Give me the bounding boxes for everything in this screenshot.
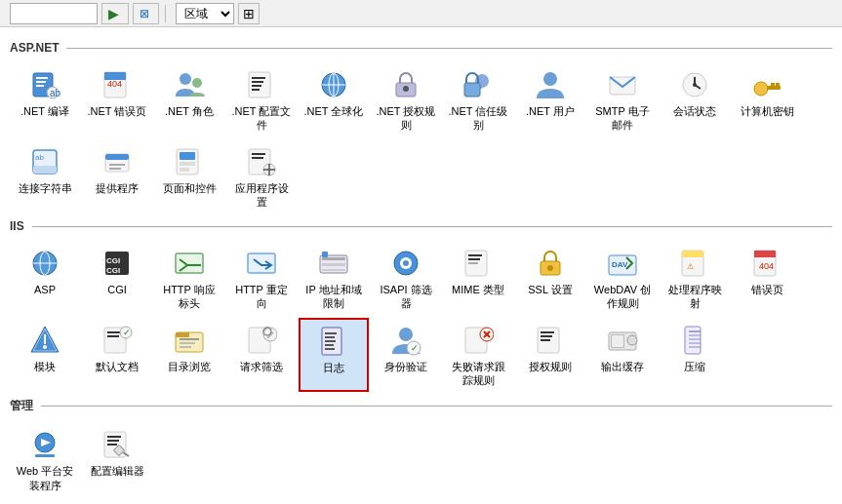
icon-item-failed-req[interactable]: 失败请求跟踪规则 <box>443 318 513 393</box>
icon-item-webdav[interactable]: DAV WebDAV 创作规则 <box>587 241 658 316</box>
icon-item-pages-controls[interactable]: 页面和控件 <box>154 139 224 214</box>
icon-item-default-doc[interactable]: ✓ 默认文档 <box>82 318 152 393</box>
icon-label-net-edit: .NET 编译 <box>20 104 69 118</box>
icon-item-handler-mapping[interactable]: ⚠ 处理程序映射 <box>660 241 730 316</box>
svg-rect-94 <box>180 342 195 344</box>
icon-label-config-editor: 配置编辑器 <box>91 464 144 478</box>
section-title-iis: IIS <box>10 219 24 233</box>
icon-item-compress[interactable]: 压缩 <box>660 318 730 393</box>
icon-label-app-settings: 应用程序设置 <box>231 181 292 210</box>
icon-label-dir-browse: 目录浏览 <box>168 360 211 373</box>
svg-rect-114 <box>541 331 554 333</box>
icon-item-request-filter[interactable]: 请求筛选 <box>226 318 297 393</box>
icon-item-isapi[interactable]: ISAPI 筛选器 <box>371 241 441 316</box>
icon-label-net-role: .NET 角色 <box>165 104 214 118</box>
start-button[interactable]: ▶ <box>101 3 129 24</box>
section-header-aspnet: ASP.NET <box>10 41 832 55</box>
svg-rect-70 <box>468 258 480 260</box>
svg-rect-104 <box>325 344 334 346</box>
icon-item-smtp[interactable]: SMTP 电子邮件 <box>587 62 658 137</box>
svg-rect-43 <box>180 162 195 166</box>
section-divider-manage <box>41 406 832 407</box>
icon-item-web-platform[interactable]: Web 平台安装程序 <box>10 422 80 497</box>
icon-item-connection-string[interactable]: ab 连接字符串 <box>10 139 80 214</box>
icon-label-http-response: HTTP 响应标头 <box>159 283 220 311</box>
icon-item-http-redirect[interactable]: HTTP 重定向 <box>226 241 297 316</box>
icon-isapi <box>390 248 421 279</box>
icon-item-module[interactable]: 模块 <box>10 318 80 393</box>
icon-grid-manage: Web 平台安装程序 配置编辑器 <box>10 422 832 497</box>
svg-rect-88 <box>107 335 119 337</box>
icon-label-net-auth: .NET 授权规则 <box>376 104 436 133</box>
svg-text:ab: ab <box>35 153 44 162</box>
icon-item-mime[interactable]: MIME 类型 <box>443 241 513 316</box>
svg-rect-39 <box>109 164 125 166</box>
icon-net-config <box>246 69 277 100</box>
icon-item-auth[interactable]: ✓ 身份验证 <box>371 318 441 393</box>
svg-rect-62 <box>322 257 345 260</box>
icon-label-net-trust: .NET 信任级别 <box>448 104 508 133</box>
icon-session <box>679 69 710 100</box>
icon-net-error-page: 404 <box>101 69 133 100</box>
svg-rect-119 <box>612 335 623 347</box>
icon-item-session[interactable]: 会话状态 <box>660 62 730 137</box>
svg-rect-103 <box>325 340 336 342</box>
svg-rect-15 <box>252 89 260 91</box>
icon-item-machine-key[interactable]: 计算机密钥 <box>732 62 802 137</box>
icon-item-net-error-page[interactable]: 404 .NET 错误页 <box>82 62 152 137</box>
icon-label-output-cache: 输出缓存 <box>601 360 644 373</box>
icon-item-cgi[interactable]: CGICGI CGI <box>82 241 152 316</box>
icon-label-net-global: .NET 全球化 <box>304 104 364 118</box>
icon-item-net-user[interactable]: .NET 用户 <box>515 62 585 137</box>
section-divider-aspnet <box>66 48 832 49</box>
icon-label-connection-string: 连接字符串 <box>19 181 72 195</box>
icon-item-http-response[interactable]: HTTP 响应标头 <box>154 241 224 316</box>
icon-item-auth-rules[interactable]: 授权规则 <box>515 318 585 393</box>
icon-label-auth: 身份验证 <box>384 360 427 373</box>
icon-mime <box>462 248 494 279</box>
icon-item-net-auth[interactable]: .NET 授权规则 <box>371 62 441 137</box>
filter-input[interactable] <box>10 3 98 24</box>
svg-rect-61 <box>322 252 328 257</box>
icon-ssl <box>535 248 566 279</box>
icon-item-output-cache[interactable]: 输出缓存 <box>587 318 658 393</box>
icon-item-log[interactable]: 日志 <box>299 318 369 393</box>
svg-rect-87 <box>107 331 121 333</box>
svg-point-106 <box>399 328 413 341</box>
icon-item-net-config[interactable]: .NET 配置文件 <box>226 62 297 137</box>
icon-item-provider[interactable]: 提供程序 <box>82 139 152 214</box>
svg-point-9 <box>180 73 191 85</box>
icon-net-global <box>318 69 349 100</box>
icon-asp <box>29 248 60 279</box>
icon-net-user <box>535 69 566 100</box>
icon-net-role <box>174 69 205 100</box>
svg-point-120 <box>627 335 637 345</box>
icon-net-auth <box>390 69 421 100</box>
show-all-button[interactable]: ⊠ <box>133 3 159 24</box>
icon-item-net-role[interactable]: .NET 角色 <box>154 62 224 137</box>
svg-rect-105 <box>325 348 335 350</box>
svg-text:✓: ✓ <box>123 328 131 337</box>
icon-item-config-editor[interactable]: 配置编辑器 <box>82 422 152 497</box>
icon-label-web-platform: Web 平台安装程序 <box>15 464 75 492</box>
icon-item-ssl[interactable]: SSL 设置 <box>515 241 585 316</box>
icon-cgi: CGICGI <box>101 248 133 279</box>
icon-item-error-page[interactable]: 404 错误页 <box>732 241 802 316</box>
icon-item-app-settings[interactable]: 应用程序设置 <box>226 139 297 214</box>
svg-point-67 <box>403 260 409 266</box>
icon-item-net-edit[interactable]: ab .NET 编译 <box>10 62 80 137</box>
section-header-manage: 管理 <box>10 398 832 414</box>
icon-item-net-trust[interactable]: .NET 信任级别 <box>443 62 513 137</box>
icon-output-cache <box>607 325 638 356</box>
icon-item-asp[interactable]: ASP <box>10 241 80 316</box>
icon-item-ip-restrict[interactable]: IP 地址和域限制 <box>299 241 369 316</box>
grid-view-button[interactable]: ⊞ <box>238 3 260 24</box>
icon-grid-aspnet: ab .NET 编译 404 .NET 错误页 .NET 角色 .NET 配置文… <box>10 62 832 213</box>
group-select[interactable]: 区域 <box>176 3 234 24</box>
svg-rect-32 <box>776 83 780 87</box>
svg-rect-131 <box>107 436 121 438</box>
icon-item-net-global[interactable]: .NET 全球化 <box>299 62 369 137</box>
icon-compress <box>679 325 710 356</box>
icon-config-editor <box>101 429 133 460</box>
icon-item-dir-browse[interactable]: 目录浏览 <box>154 318 224 393</box>
